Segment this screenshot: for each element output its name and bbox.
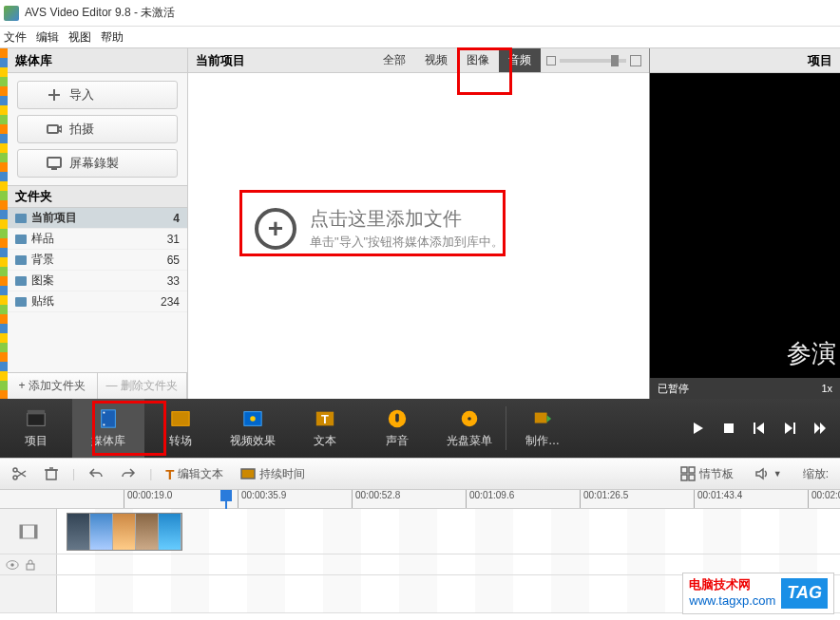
center-panel: 当前项目 全部 视频 图像 音频 + 点击这里添加文件 单击"导入"按钮将媒体添… [188,48,650,399]
svg-point-32 [10,563,14,567]
mic-icon [385,408,410,429]
mode-media-library[interactable]: 媒体库 [72,399,144,458]
mode-text[interactable]: T 文本 [289,399,361,458]
plus-circle-icon: + [255,208,296,250]
folder-icon [15,276,27,286]
mode-toolbar: 项目 媒体库 转场 视频效果 T 文本 声音 光盘菜单 制作… [0,399,840,458]
capture-label: 拍摄 [69,121,94,138]
camera-icon [47,122,62,137]
svg-rect-27 [689,475,695,480]
video-clip[interactable] [67,513,182,551]
svg-rect-2 [28,413,45,425]
svg-rect-1 [48,158,61,167]
svg-rect-16 [535,412,547,423]
menu-help[interactable]: 帮助 [101,29,124,46]
eye-icon[interactable] [6,559,19,571]
mode-produce[interactable]: 制作… [506,399,579,458]
cast-credit-text: 参演 [787,337,836,370]
svg-rect-29 [20,525,23,538]
delete-folder-button[interactable]: — 删除文件夹 [98,373,188,399]
next-icon[interactable] [783,422,796,435]
import-button[interactable]: 导入 [17,81,178,109]
mode-audio[interactable]: 声音 [361,399,433,458]
tab-all[interactable]: 全部 [373,48,415,72]
produce-icon [530,408,555,429]
ruler-tick: 00:00:35.9 [238,490,286,508]
tab-image[interactable]: 图像 [457,48,499,72]
lock-icon[interactable] [25,559,36,571]
folder-icon [15,214,27,223]
svg-text:T: T [321,411,329,425]
thumbnail-zoom-slider[interactable] [546,55,641,66]
menubar: 文件 编辑 视图 帮助 [0,27,840,47]
film-icon [96,408,121,429]
svg-rect-6 [104,423,105,425]
screen-record-button[interactable]: 屏幕錄製 [17,149,178,178]
mode-video-effects[interactable]: 视频效果 [217,399,289,458]
storyboard-button[interactable]: 情节板 [677,464,737,484]
svg-rect-3 [28,409,45,414]
plus-icon [47,87,62,103]
redo-button[interactable] [117,464,140,483]
folder-item-stickers[interactable]: 贴纸234 [8,291,187,312]
folder-item-patterns[interactable]: 图案33 [8,271,187,291]
add-files-prompt[interactable]: + 点击这里添加文件 单击"导入"按钮将媒体添加到库中。 [255,206,504,251]
stop-icon[interactable] [722,422,735,435]
folder-item-samples[interactable]: 样品31 [8,229,187,250]
media-library-panel: 媒体库 导入 拍摄 屏幕錄製 文件夹 当前项目4 样品31 背景65 图案33 … [8,48,188,399]
capture-button[interactable]: 拍摄 [17,115,178,143]
volume-button[interactable]: ▼ [751,464,786,483]
svg-rect-26 [681,475,687,480]
folder-item-backgrounds[interactable]: 背景65 [8,250,187,271]
svg-rect-7 [172,411,189,425]
svg-point-9 [250,416,256,422]
ruler-tick: 00:00:19.0 [124,490,172,508]
play-icon[interactable] [692,422,705,435]
preview-panel: 项目 参演 已暂停 1x [650,48,840,399]
svg-rect-23 [241,469,255,479]
video-track[interactable] [0,509,840,554]
watermark-badge: 电脑技术网 www.tagxp.com TAG [682,573,834,614]
duration-button[interactable]: 持续时间 [237,464,309,484]
grid-icon [680,466,696,481]
watermark-url: www.tagxp.com [689,593,775,610]
speed-icon[interactable] [813,422,827,435]
filmstrip-icon [240,466,256,481]
center-header: 当前项目 全部 视频 图像 音频 [188,48,649,73]
svg-point-20 [13,468,17,472]
undo-button[interactable] [85,464,107,483]
zoom-large-icon [630,55,641,66]
mode-transitions[interactable]: 转场 [144,399,217,458]
current-project-label: 当前项目 [196,52,245,69]
svg-rect-18 [754,423,755,434]
ruler-tick: 00:01:43.4 [694,490,742,508]
zoom-small-icon [546,56,556,66]
folder-item-current[interactable]: 当前项目4 [8,208,187,229]
menu-file[interactable]: 文件 [4,29,27,46]
edit-text-button[interactable]: T编辑文本 [162,464,227,484]
tab-audio[interactable]: 音频 [499,48,541,72]
zoom-label: 缩放: [799,464,832,484]
add-files-subtitle: 单击"导入"按钮将媒体添加到库中。 [310,234,504,251]
folder-icon [15,235,27,244]
preview-video-area[interactable]: 参演 [650,73,840,378]
svg-rect-22 [47,470,56,479]
ruler-tick: 00:01:09.6 [466,490,514,508]
timeline-toolbar: | | T编辑文本 持续时间 情节板 ▼ 缩放: [0,458,840,490]
watermark-title: 电脑技术网 [689,577,775,593]
cut-button[interactable] [8,464,30,483]
delete-button[interactable] [40,464,63,483]
folder-icon [15,255,27,265]
tab-video[interactable]: 视频 [415,48,457,72]
prev-icon[interactable] [753,422,766,435]
speaker-icon [754,466,770,481]
mode-project[interactable]: 项目 [0,399,72,458]
menu-edit[interactable]: 编辑 [36,29,59,46]
mode-disc-menu[interactable]: 光盘菜单 [433,399,506,458]
timeline-ruler[interactable]: 00:00:19.0 00:00:35.9 00:00:52.8 00:01:0… [0,490,840,509]
svg-rect-17 [724,423,734,433]
svg-rect-33 [27,564,34,570]
add-folder-button[interactable]: + 添加文件夹 [8,373,98,399]
clapper-icon [24,408,48,429]
menu-view[interactable]: 视图 [68,29,91,46]
